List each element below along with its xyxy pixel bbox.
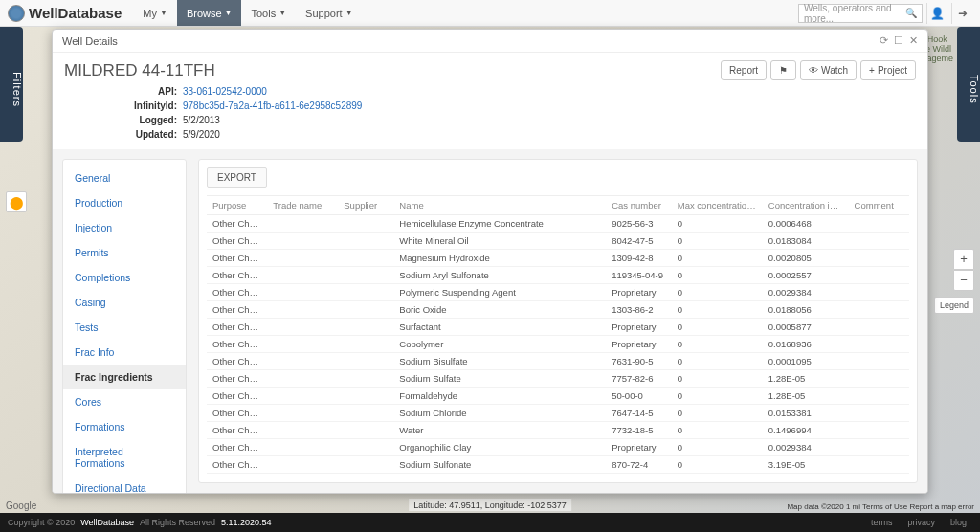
tab-general[interactable]: General bbox=[63, 166, 186, 190]
tab-casing[interactable]: Casing bbox=[63, 290, 186, 315]
zoom-in-button[interactable]: + bbox=[953, 249, 974, 270]
meta-label: Logged: bbox=[129, 113, 177, 127]
table-cell bbox=[338, 456, 393, 474]
table-cell: 7757-82-6 bbox=[606, 370, 672, 388]
tab-interpreted-formations[interactable]: Interpreted Formations bbox=[63, 439, 186, 476]
brand-logo-text[interactable]: WellDatabase bbox=[8, 5, 122, 22]
project-button[interactable]: +Project bbox=[860, 60, 916, 80]
table-row[interactable]: Other ChemicalsBoric Oxide1303-86-200.01… bbox=[207, 301, 909, 319]
table-row[interactable]: Other ChemicalsPolymeric Suspending Agen… bbox=[207, 284, 909, 301]
table-cell: Magnesium Hydroxide bbox=[393, 250, 606, 267]
user-icon[interactable]: 👤 bbox=[926, 3, 947, 24]
legend-button[interactable]: Legend bbox=[934, 297, 974, 314]
watch-button[interactable]: 👁Watch bbox=[800, 60, 857, 80]
table-cell: 0 bbox=[672, 233, 763, 250]
table-row[interactable]: Other ChemicalsCopolymerProprietary00.01… bbox=[207, 336, 909, 353]
nav-item-browse[interactable]: Browse▼ bbox=[177, 0, 242, 26]
table-row[interactable]: Other ChemicalsFormaldehyde50-00-001.28E… bbox=[207, 388, 909, 405]
watch-flag-button[interactable]: ⚑ bbox=[770, 60, 796, 80]
table-cell: Other Chemicals bbox=[207, 284, 267, 301]
table-row[interactable]: Other ChemicalsWater7732-18-500.1496994 bbox=[207, 422, 909, 439]
table-cell: Proprietary bbox=[606, 284, 672, 301]
table-cell bbox=[849, 336, 909, 353]
streetview-icon[interactable]: ⬤ bbox=[6, 191, 27, 212]
table-row[interactable]: Other ChemicalsSodium Sulfonate870-72-40… bbox=[207, 456, 909, 474]
table-wrap[interactable]: PurposeTrade nameSupplierNameCas numberM… bbox=[207, 195, 909, 475]
table-cell: 0 bbox=[672, 284, 763, 301]
tab-cores[interactable]: Cores bbox=[63, 389, 186, 414]
table-row[interactable]: Other ChemicalsSodium Aryl Sulfonate1193… bbox=[207, 267, 909, 284]
nav-item-support[interactable]: Support▼ bbox=[296, 0, 362, 26]
table-cell bbox=[338, 284, 393, 301]
table-row[interactable]: Other ChemicalsOrganophilic ClayPropriet… bbox=[207, 439, 909, 456]
table-cell bbox=[338, 439, 393, 456]
zoom-out-button[interactable]: − bbox=[953, 270, 974, 291]
tools-rail[interactable]: Tools bbox=[957, 27, 980, 142]
table-row[interactable]: Other ChemicalsWhite Mineral Oil8042-47-… bbox=[207, 233, 909, 250]
footer-link-blog[interactable]: blog bbox=[950, 518, 967, 527]
table-cell: Biocide bbox=[207, 474, 267, 476]
col-header[interactable]: Supplier bbox=[338, 196, 393, 215]
table-cell: 0 bbox=[672, 422, 763, 439]
tab-permits[interactable]: Permits bbox=[63, 240, 186, 265]
table-cell: 870-72-4 bbox=[606, 456, 672, 474]
table-row[interactable]: Other ChemicalsMagnesium Hydroxide1309-4… bbox=[207, 250, 909, 267]
global-search-input[interactable]: Wells, operators and more... 🔍 bbox=[798, 4, 923, 23]
table-cell: Sodium Aryl Sulfonate bbox=[393, 267, 606, 284]
table-cell bbox=[267, 250, 338, 267]
table-cell bbox=[338, 370, 393, 388]
table-cell: 1303-86-2 bbox=[606, 301, 672, 319]
tab-formations[interactable]: Formations bbox=[63, 414, 186, 439]
tab-tests[interactable]: Tests bbox=[63, 315, 186, 340]
brand-logo-icon bbox=[8, 5, 25, 22]
logout-icon[interactable]: ➜ bbox=[951, 3, 972, 24]
meta-value[interactable]: 33-061-02542-0000 bbox=[183, 84, 267, 99]
meta-value[interactable]: 978bc35d-7a2a-41fb-a611-6e2958c52899 bbox=[183, 99, 362, 113]
nav-item-my[interactable]: My▼ bbox=[133, 0, 177, 26]
export-button[interactable]: EXPORT bbox=[207, 167, 267, 188]
table-cell: 0.0001095 bbox=[763, 353, 849, 370]
tab-production[interactable]: Production bbox=[63, 190, 186, 215]
tab-injection[interactable]: Injection bbox=[63, 215, 186, 240]
col-header[interactable]: Trade name bbox=[267, 196, 338, 215]
filters-rail[interactable]: Filters bbox=[0, 27, 23, 142]
col-header[interactable]: Cas number bbox=[606, 196, 672, 215]
table-cell bbox=[338, 301, 393, 319]
tab-frac-info[interactable]: Frac Info bbox=[63, 340, 186, 365]
footer-link-terms[interactable]: terms bbox=[871, 518, 893, 527]
refresh-icon[interactable]: ⟳ bbox=[880, 34, 888, 47]
tab-directional-data[interactable]: Directional Data bbox=[63, 476, 186, 493]
col-header[interactable]: Purpose bbox=[207, 196, 267, 215]
footer-link-privacy[interactable]: privacy bbox=[907, 518, 935, 527]
table-row[interactable]: Other ChemicalsSodium Chloride7647-14-50… bbox=[207, 405, 909, 422]
table-row[interactable]: Other ChemicalsSurfactantProprietary00.0… bbox=[207, 319, 909, 336]
col-header[interactable]: Comment bbox=[849, 196, 909, 215]
table-cell: 0.0029384 bbox=[763, 284, 849, 301]
table-cell: Hemicellulase Enzyme Concentrate bbox=[393, 215, 606, 233]
nav-item-tools[interactable]: Tools▼ bbox=[241, 0, 296, 26]
col-header[interactable]: Concentration in frac fluid bbox=[763, 196, 849, 215]
table-row[interactable]: BiocideAlpha 452Baker HughesTetrakis(hyd… bbox=[207, 474, 909, 476]
table-cell bbox=[849, 405, 909, 422]
table-cell: Other Chemicals bbox=[207, 353, 267, 370]
table-cell: Other Chemicals bbox=[207, 336, 267, 353]
table-row[interactable]: Other ChemicalsSodium Sulfate7757-82-601… bbox=[207, 370, 909, 388]
table-row[interactable]: Other ChemicalsHemicellulase Enzyme Conc… bbox=[207, 215, 909, 233]
meta-value: 5/9/2020 bbox=[183, 127, 220, 142]
footer-version: 5.11.2020.54 bbox=[221, 518, 272, 527]
close-icon[interactable]: ✕ bbox=[909, 34, 918, 47]
table-cell: 0 bbox=[672, 301, 763, 319]
tab-completions[interactable]: Completions bbox=[63, 265, 186, 290]
table-cell: 1309-42-8 bbox=[606, 250, 672, 267]
col-header[interactable]: Name bbox=[393, 196, 606, 215]
table-cell bbox=[267, 267, 338, 284]
footer-rights: All Rights Reserved bbox=[140, 518, 215, 527]
table-row[interactable]: Other ChemicalsSodium Bisulfate7631-90-5… bbox=[207, 353, 909, 370]
maximize-icon[interactable]: ☐ bbox=[894, 34, 903, 47]
table-cell bbox=[267, 388, 338, 405]
tab-frac-ingredients[interactable]: Frac Ingredients bbox=[63, 365, 186, 389]
report-button[interactable]: Report bbox=[721, 60, 767, 80]
nav-menu: My▼Browse▼Tools▼Support▼ bbox=[133, 0, 362, 26]
col-header[interactable]: Max concentration in additive bbox=[672, 196, 763, 215]
table-cell bbox=[338, 336, 393, 353]
